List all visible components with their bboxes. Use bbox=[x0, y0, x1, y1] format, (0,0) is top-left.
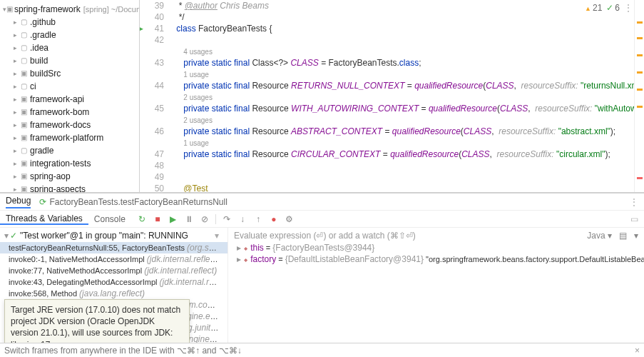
gutter-line[interactable]: ▶41 bbox=[140, 23, 164, 34]
gutter-line[interactable]: 45 bbox=[140, 103, 164, 114]
tree-twisty-icon[interactable]: ▸ bbox=[11, 186, 19, 192]
code-line[interactable]: 2 usages bbox=[168, 114, 634, 126]
tree-item[interactable]: ▸▢ci bbox=[0, 80, 139, 93]
tree-twisty-icon[interactable]: ▸ bbox=[11, 57, 19, 64]
gutter-line[interactable]: 40 bbox=[140, 11, 164, 23]
close-hint-icon[interactable]: × bbox=[635, 346, 640, 356]
gutter-line[interactable]: 42 bbox=[140, 34, 164, 46]
tree-twisty-icon[interactable]: ▸ bbox=[11, 96, 19, 103]
layout-icon[interactable]: ▭ bbox=[630, 214, 644, 224]
filter-icon[interactable]: ▾ bbox=[215, 231, 223, 241]
mute-icon[interactable]: ⊘ bbox=[200, 214, 210, 224]
view-breakpoints-icon[interactable]: ● bbox=[269, 214, 279, 224]
code-line[interactable]: 1 usage bbox=[168, 137, 634, 149]
tree-item[interactable]: ▸▣spring-aop bbox=[0, 170, 139, 183]
step-over-icon[interactable]: ↷ bbox=[222, 214, 232, 224]
code-line[interactable]: 1 usage bbox=[168, 69, 634, 80]
tree-item[interactable]: ▸▢.gradle bbox=[0, 29, 139, 41]
gutter-line[interactable]: 48 bbox=[140, 160, 164, 171]
stack-frame[interactable]: invoke:77, NativeMethodAccessorImpl (jdk… bbox=[0, 265, 228, 276]
gutter-line[interactable]: 49 bbox=[140, 171, 164, 183]
code-line[interactable]: 4 usages bbox=[168, 46, 634, 57]
step-into-icon[interactable]: ↓ bbox=[237, 214, 247, 224]
gutter-line[interactable]: 50 bbox=[140, 183, 164, 192]
editor-code[interactable]: * @author Chris Beams */ class FactoryBe… bbox=[168, 0, 634, 192]
variables-panel[interactable]: Evaluate expression (⏎) or add a watch (… bbox=[228, 228, 644, 343]
gutter-line[interactable]: 47 bbox=[140, 149, 164, 160]
debug-crumb[interactable]: ⟳ FactoryBeanTests.testFactoryBeanReturn… bbox=[39, 197, 227, 207]
warnings-count[interactable]: 21 bbox=[585, 3, 602, 13]
resume-icon[interactable]: ▶ bbox=[168, 214, 178, 224]
threads-vars-tab[interactable]: Threads & Variables bbox=[0, 213, 88, 225]
stack-frame[interactable]: invoke0:-1, NativeMethodAccessorImpl (jd… bbox=[0, 253, 228, 265]
evaluate-input[interactable]: Evaluate expression (⏎) or add a watch (… bbox=[234, 231, 638, 241]
code-line[interactable] bbox=[168, 34, 634, 46]
debug-options-icon[interactable]: ⋮ bbox=[630, 197, 638, 207]
rerun-icon[interactable]: ⟳ bbox=[39, 197, 46, 207]
code-line[interactable] bbox=[168, 160, 634, 171]
tree-item[interactable]: ▸▢gradle bbox=[0, 144, 139, 157]
tree-twisty-icon[interactable]: ▸ bbox=[11, 160, 19, 167]
code-line[interactable]: class FactoryBeanTests { bbox=[168, 23, 634, 34]
tree-twisty-icon[interactable]: ▸ bbox=[11, 31, 19, 39]
gutter-line[interactable]: 43 bbox=[140, 57, 164, 69]
stack-frame[interactable]: testFactoryBeanReturnsNull:55, FactoryBe… bbox=[0, 242, 228, 253]
tree-twisty-icon[interactable]: ▸ bbox=[11, 83, 19, 90]
inspection-indicators[interactable]: 21 6 ⋮ bbox=[585, 3, 633, 13]
thread-header[interactable]: ▾ ✓ "Test worker"@1 in group "main": RUN… bbox=[0, 229, 228, 242]
code-line[interactable]: private static final Resource RETURNS_NU… bbox=[168, 80, 634, 91]
tree-twisty-icon[interactable]: ▸ bbox=[11, 147, 19, 154]
code-line[interactable]: private static final Resource WITH_AUTOW… bbox=[168, 103, 634, 114]
code-line[interactable]: private static final Class<?> CLASS = Fa… bbox=[168, 57, 634, 69]
tree-twisty-icon[interactable]: ▸ bbox=[11, 44, 19, 51]
run-gutter-icon[interactable]: ▶ bbox=[140, 23, 143, 34]
variable-row[interactable]: ▸ ⬥ factory = {DefaultListableBeanFactor… bbox=[231, 253, 641, 265]
tree-item[interactable]: ▸▢.idea bbox=[0, 41, 139, 54]
debug-tab[interactable]: Debug bbox=[6, 196, 31, 208]
error-stripe[interactable] bbox=[634, 0, 644, 192]
tree-item[interactable]: ▸▣integration-tests bbox=[0, 157, 139, 170]
variable-row[interactable]: ▸ ⬥ this = {FactoryBeanTests@3944} bbox=[231, 242, 641, 253]
tree-twisty-icon[interactable]: ▸ bbox=[11, 173, 19, 180]
tree-twisty-icon[interactable]: ▸ bbox=[11, 121, 19, 129]
chevron-right-icon[interactable]: ▸ bbox=[237, 254, 241, 264]
code-line[interactable] bbox=[168, 171, 634, 183]
tree-item[interactable]: ▸▣framework-docs bbox=[0, 119, 139, 131]
tree-item[interactable]: ▸▣framework-api bbox=[0, 93, 139, 106]
language-indicator[interactable]: Java ▾ ▤ ▾ bbox=[587, 231, 638, 241]
console-tab[interactable]: Console bbox=[88, 214, 131, 224]
code-line[interactable]: */ bbox=[168, 11, 634, 23]
code-editor[interactable]: 21 6 ⋮ 3940▶41424344454647484950▶5152535… bbox=[140, 0, 644, 192]
editor-gutter[interactable]: 3940▶41424344454647484950▶51525354●55565… bbox=[140, 0, 168, 192]
chevron-right-icon[interactable]: ▸ bbox=[237, 243, 241, 253]
tree-twisty-icon[interactable]: ▸ bbox=[11, 134, 19, 141]
oks-count[interactable]: 6 bbox=[606, 3, 620, 13]
gutter-line[interactable] bbox=[140, 137, 164, 149]
gutter-line[interactable] bbox=[140, 114, 164, 126]
tree-item[interactable]: ▸▣buildSrc bbox=[0, 67, 139, 80]
code-line[interactable]: 2 usages bbox=[168, 91, 634, 103]
code-line[interactable]: private static final Resource ABSTRACT_C… bbox=[168, 126, 634, 137]
settings-icon[interactable]: ⚙ bbox=[285, 214, 295, 224]
code-line[interactable]: * @author Chris Beams bbox=[168, 0, 634, 11]
gutter-line[interactable] bbox=[140, 69, 164, 80]
tree-item[interactable]: ▸▢.github bbox=[0, 16, 139, 29]
frames-panel[interactable]: ▾ ✓ "Test worker"@1 in group "main": RUN… bbox=[0, 228, 228, 343]
gutter-line[interactable] bbox=[140, 91, 164, 103]
tree-twisty-icon[interactable]: ▸ bbox=[11, 19, 19, 26]
chevron-down-icon[interactable]: ▾ bbox=[4, 231, 9, 241]
tree-item[interactable]: ▸▣framework-platform bbox=[0, 131, 139, 144]
pause-icon[interactable]: ⏸ bbox=[184, 214, 194, 224]
project-tree[interactable]: ▾▣spring-framework[spring] ~/Documents/c… bbox=[0, 0, 140, 192]
code-line[interactable]: private static final Resource CIRCULAR_C… bbox=[168, 149, 634, 160]
rerun-icon[interactable]: ↻ bbox=[137, 214, 147, 224]
step-out-icon[interactable]: ↑ bbox=[253, 214, 263, 224]
stop-icon[interactable]: ■ bbox=[153, 214, 163, 224]
gutter-line[interactable] bbox=[140, 46, 164, 57]
tree-twisty-icon[interactable]: ▸ bbox=[11, 109, 19, 116]
code-line[interactable]: @Test bbox=[168, 183, 634, 192]
tree-item[interactable]: ▾▣spring-framework[spring] ~/Documents/c… bbox=[0, 3, 139, 16]
gutter-line[interactable]: 44 bbox=[140, 80, 164, 91]
tree-item[interactable]: ▸▣spring-aspects bbox=[0, 183, 139, 192]
tree-twisty-icon[interactable]: ▸ bbox=[11, 70, 19, 77]
